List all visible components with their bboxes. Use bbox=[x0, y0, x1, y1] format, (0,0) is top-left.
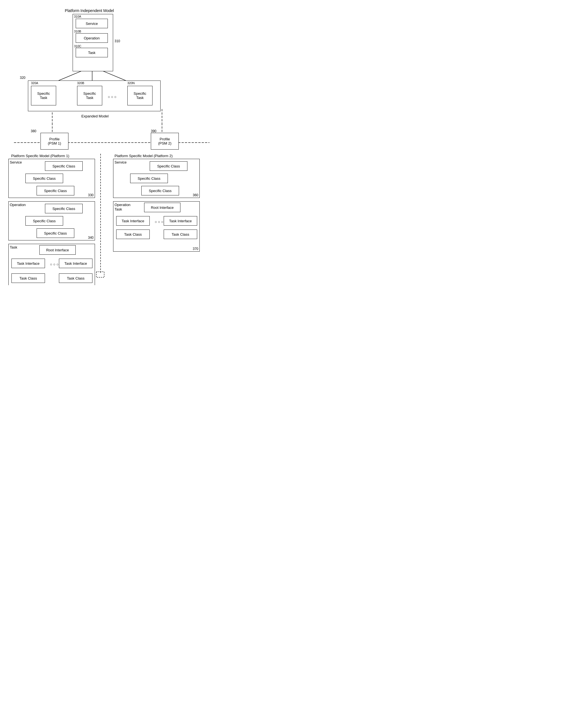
psm2-operation-box: OperationTask Root Interface Task Interf… bbox=[113, 201, 200, 252]
ref-390: 390 bbox=[151, 129, 157, 133]
psm1-task-class-right: Task Class bbox=[59, 274, 92, 283]
psm2-service-box: Service Specific Class Specific Class Sp… bbox=[113, 159, 200, 198]
label-310c: 310C bbox=[74, 45, 81, 48]
psm1-sc2: Specific Class bbox=[25, 174, 63, 183]
profile-psm1-box: Profile(PSM 1) bbox=[40, 133, 68, 150]
diagram: Platform Independent Model 310A Service … bbox=[6, 6, 218, 280]
ref-360: 360 bbox=[193, 193, 198, 197]
task-box-310: Task bbox=[76, 48, 108, 57]
service-box: Service bbox=[76, 19, 108, 28]
box-320: 320 320A SpecificTask 320B SpecificTask … bbox=[28, 80, 161, 111]
psm1-task-interface-right: Task Interface bbox=[59, 259, 92, 268]
psm1-root-interface: Root Interface bbox=[39, 245, 76, 255]
psm1-sc3: Specific Class bbox=[36, 186, 74, 196]
label-320b: 320B bbox=[77, 81, 84, 85]
psm2-operation-label: OperationTask bbox=[114, 203, 131, 211]
psm1-sc1: Specific Class bbox=[45, 161, 83, 171]
psm2-task-interface-right: Task Interface bbox=[164, 216, 197, 226]
specific-task-a: SpecificTask bbox=[31, 86, 56, 105]
psm1-task-label: Task bbox=[10, 245, 17, 250]
psm1-op-sc3: Specific Class bbox=[36, 228, 74, 238]
psm1-task-class-left: Task Class bbox=[11, 274, 45, 283]
psm2-task-interface-left: Task Interface bbox=[116, 216, 150, 226]
ref-330: 330 bbox=[88, 193, 93, 197]
label-310a: 310A bbox=[74, 15, 81, 18]
psm1-task-box: Task Root Interface Task Interface ○ ○ ○… bbox=[8, 244, 95, 285]
label-320n: 320N bbox=[127, 81, 135, 85]
psm2-task-class-right: Task Class bbox=[164, 230, 197, 239]
psm1-op-sc1: Specific Class bbox=[45, 204, 83, 213]
ref-370: 370 bbox=[193, 247, 198, 251]
specific-task-n: SpecificTask bbox=[127, 86, 153, 105]
psm1-service-box: Service Specific Class Specific Class Sp… bbox=[8, 159, 95, 198]
psm2-sc2: Specific Class bbox=[130, 174, 168, 183]
profile-psm2-box: Profile(PSM 2) bbox=[151, 133, 179, 150]
svg-rect-9 bbox=[96, 272, 104, 277]
label-310b: 310B bbox=[74, 30, 81, 33]
psm2-root-interface: Root Interface bbox=[144, 203, 181, 212]
platform1-label: Platform Specific Model (Platform 1) bbox=[11, 154, 84, 158]
psm1-ellipsis: ○ ○ ○ bbox=[50, 262, 59, 266]
ref-340: 340 bbox=[88, 236, 93, 240]
psm1-service-label: Service bbox=[10, 160, 22, 164]
ref-320: 320 bbox=[20, 76, 25, 80]
psm2-ellipsis: ○ ○ ○ bbox=[155, 220, 163, 224]
operation-box: Operation bbox=[76, 33, 108, 43]
platform2-label: Platform Specific Model (Platform 2) bbox=[114, 154, 193, 158]
psm2-sc3: Specific Class bbox=[141, 186, 179, 196]
psm1-task-interface-left: Task Interface bbox=[11, 259, 45, 268]
psm1-operation-label: Operation bbox=[10, 203, 26, 207]
expanded-model-label: Expanded Model bbox=[73, 114, 117, 118]
ref-310: 310 bbox=[114, 39, 120, 43]
label-320a: 320A bbox=[31, 81, 38, 85]
psm1-op-sc2: Specific Class bbox=[25, 216, 63, 226]
psm1-operation-box: Operation Specific Class Specific Class … bbox=[8, 201, 95, 240]
ref-380: 380 bbox=[31, 129, 36, 133]
specific-task-b: SpecificTask bbox=[77, 86, 102, 105]
ellipsis-320: ○ ○ ○ bbox=[108, 95, 116, 99]
psm2-sc1: Specific Class bbox=[150, 161, 187, 171]
psm2-task-class-left: Task Class bbox=[116, 230, 150, 239]
psm2-service-label: Service bbox=[114, 160, 127, 164]
title-label: Platform Independent Model bbox=[56, 8, 123, 13]
box-310: 310A Service 310B Operation 310C Task bbox=[73, 14, 113, 71]
